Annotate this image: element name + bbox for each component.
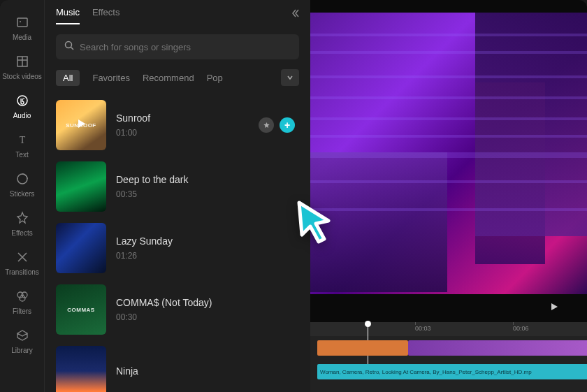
sidebar: MediaStock videosAudioTTextStickersEffec… bbox=[0, 0, 45, 392]
svg-rect-0 bbox=[17, 18, 27, 27]
video-clip[interactable] bbox=[408, 340, 587, 356]
audio-panel: MusicEffects AllFavoritesRecommendPop SU… bbox=[45, 0, 310, 392]
filter-pop[interactable]: Pop bbox=[207, 73, 223, 83]
sidebar-item-label: Media bbox=[13, 34, 31, 41]
collapse-panel-button[interactable] bbox=[291, 8, 300, 21]
sidebar-item-stickers[interactable]: Stickers bbox=[0, 165, 45, 204]
sidebar-item-label: Audio bbox=[13, 112, 31, 119]
track-duration: 01:00 bbox=[116, 128, 150, 138]
track-thumbnail[interactable]: SUNROOF bbox=[56, 100, 106, 150]
sidebar-item-effects[interactable]: Effects bbox=[0, 204, 45, 243]
text-icon: T bbox=[15, 133, 29, 148]
ruler-mark: 00:03 bbox=[415, 325, 431, 332]
sidebar-item-stock[interactable]: Stock videos bbox=[0, 48, 45, 87]
filter-recommend[interactable]: Recommend bbox=[143, 73, 194, 83]
filter-more-button[interactable] bbox=[281, 69, 299, 86]
track-row[interactable]: Deep to the dark00:35 bbox=[50, 156, 305, 217]
timeline[interactable]: 00:0300:06 Woman, Camera, Retro, Looking… bbox=[310, 322, 587, 392]
track-title: Lazy Sunday bbox=[116, 235, 173, 247]
sidebar-item-label: Text bbox=[15, 151, 28, 159]
track-thumbnail[interactable] bbox=[56, 223, 106, 273]
filter-row: AllFavoritesRecommendPop bbox=[45, 66, 310, 94]
clip-label: Woman, Camera, Retro, Looking At Camera,… bbox=[320, 369, 532, 375]
track-thumbnail[interactable] bbox=[56, 346, 106, 392]
sidebar-item-media[interactable]: Media bbox=[0, 8, 45, 48]
track-duration: 00:35 bbox=[116, 189, 189, 199]
transitions-icon bbox=[15, 250, 29, 266]
filter-all[interactable]: All bbox=[56, 70, 80, 86]
track-title: Deep to the dark bbox=[116, 174, 189, 185]
video-preview[interactable] bbox=[310, 13, 587, 294]
play-icon bbox=[74, 117, 88, 133]
svg-point-1 bbox=[20, 21, 21, 22]
track-title: Ninja bbox=[116, 365, 138, 377]
search-input[interactable] bbox=[80, 42, 291, 52]
track-thumbnail[interactable] bbox=[56, 161, 106, 212]
track-row[interactable]: Ninja bbox=[50, 340, 305, 392]
track-title: COMMA$ (Not Today) bbox=[116, 297, 212, 308]
add-track-button[interactable]: + bbox=[280, 117, 295, 133]
sidebar-item-label: Filters bbox=[13, 307, 31, 315]
track-row[interactable]: SUNROOFSunroof01:00+ bbox=[50, 94, 305, 156]
filter-favorites[interactable]: Favorites bbox=[92, 73, 129, 83]
preview-area: 00:0300:06 Woman, Camera, Retro, Looking… bbox=[310, 0, 587, 392]
sidebar-item-library[interactable]: Library bbox=[0, 321, 45, 361]
sidebar-item-filters[interactable]: Filters bbox=[0, 282, 45, 321]
sidebar-item-text[interactable]: TText bbox=[0, 126, 45, 165]
track-thumbnail[interactable]: COMMAS bbox=[56, 284, 106, 335]
preview-controls bbox=[310, 294, 587, 322]
track-duration: 00:30 bbox=[116, 312, 212, 322]
favorite-button[interactable] bbox=[259, 117, 274, 133]
cursor-pointer-icon bbox=[295, 200, 335, 246]
sidebar-item-label: Effects bbox=[11, 229, 32, 237]
track-duration: 01:26 bbox=[116, 251, 173, 261]
svg-line-12 bbox=[71, 48, 74, 50]
effects-icon bbox=[15, 211, 29, 226]
sidebar-item-audio[interactable]: Audio bbox=[0, 87, 45, 126]
svg-text:T: T bbox=[19, 135, 25, 145]
sidebar-item-label: Stickers bbox=[10, 190, 35, 198]
sidebar-item-label: Transitions bbox=[5, 268, 39, 276]
preview-play-button[interactable] bbox=[549, 302, 559, 314]
search-icon bbox=[64, 41, 74, 53]
filters-icon bbox=[15, 289, 29, 305]
svg-point-11 bbox=[66, 42, 72, 48]
library-icon bbox=[15, 328, 29, 344]
sidebar-item-label: Library bbox=[11, 347, 33, 354]
tab-effects[interactable]: Effects bbox=[92, 7, 120, 24]
ruler-mark: 00:06 bbox=[513, 325, 529, 332]
track-row[interactable]: COMMASCOMMA$ (Not Today)00:30 bbox=[50, 279, 305, 340]
stickers-icon bbox=[15, 172, 29, 187]
sidebar-item-label: Stock videos bbox=[2, 73, 42, 80]
panel-tabs: MusicEffects bbox=[45, 0, 310, 24]
sidebar-item-transitions[interactable]: Transitions bbox=[0, 243, 45, 282]
track-row[interactable]: Lazy Sunday01:26 bbox=[50, 217, 305, 279]
tab-music[interactable]: Music bbox=[56, 7, 80, 24]
search-box[interactable] bbox=[56, 34, 299, 59]
audio-icon bbox=[15, 94, 29, 109]
video-clip[interactable] bbox=[317, 340, 408, 356]
media-icon bbox=[15, 15, 29, 31]
track-title: Sunroof bbox=[116, 112, 150, 124]
stock-icon bbox=[15, 55, 29, 70]
audio-clip[interactable]: Woman, Camera, Retro, Looking At Camera,… bbox=[317, 364, 587, 379]
track-list: SUNROOFSunroof01:00+Deep to the dark00:3… bbox=[45, 94, 310, 392]
timeline-ruler[interactable]: 00:0300:06 bbox=[310, 322, 587, 336]
